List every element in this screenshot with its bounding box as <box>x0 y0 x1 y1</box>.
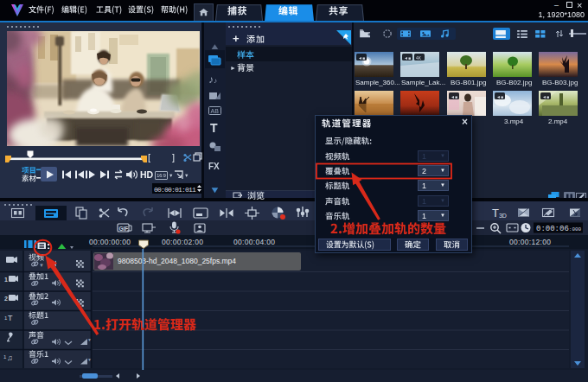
svg-text:00:00:00:00: 00:00:00:00 <box>89 238 131 246</box>
svg-text:0:00:06:000: 0:00:06:000 <box>536 225 582 233</box>
svg-text:◄■: ◄■ <box>496 94 503 99</box>
svg-text:BG-B01.jpg: BG-B01.jpg <box>451 79 486 86</box>
svg-text:T: T <box>8 314 13 322</box>
svg-text:00:00:04:00: 00:00:04:00 <box>233 238 275 246</box>
svg-text:◄■: ◄■ <box>542 94 549 99</box>
svg-text:BG-B03.jpg: BG-B03.jpg <box>542 79 578 86</box>
svg-text:▼: ▼ <box>87 357 92 362</box>
svg-text:3.mp4: 3.mp4 <box>504 118 524 125</box>
svg-text:◄■: ◄■ <box>404 55 411 60</box>
svg-text:Sample_Lak...: Sample_Lak... <box>401 79 445 86</box>
svg-text:AB: AB <box>211 108 220 114</box>
svg-text:2: 2 <box>4 296 8 302</box>
svg-text:BG-B02.jpg: BG-B02.jpg <box>496 79 532 86</box>
svg-text:Sample_360...: Sample_360... <box>355 79 400 86</box>
svg-text:GIF: GIF <box>119 226 129 232</box>
svg-text:4K: 4K <box>416 55 422 60</box>
svg-text:9808503-hd_2048_1080_25fps.mp4: 9808503-hd_2048_1080_25fps.mp4 <box>118 257 236 265</box>
svg-text:◄■: ◄■ <box>451 94 457 99</box>
svg-text:00:00:02:00: 00:00:02:00 <box>162 238 203 246</box>
svg-text:▼: ▼ <box>87 337 92 342</box>
svg-text:▼: ▼ <box>39 263 44 268</box>
svg-text:♫: ♫ <box>7 353 13 362</box>
svg-text:00:00:12:00: 00:00:12:00 <box>509 238 551 246</box>
svg-text:T3D: T3D <box>492 207 507 220</box>
svg-text:◄■: ◄■ <box>358 55 365 60</box>
svg-text:1: 1 <box>4 277 8 283</box>
svg-text:2.mp4: 2.mp4 <box>548 118 568 125</box>
